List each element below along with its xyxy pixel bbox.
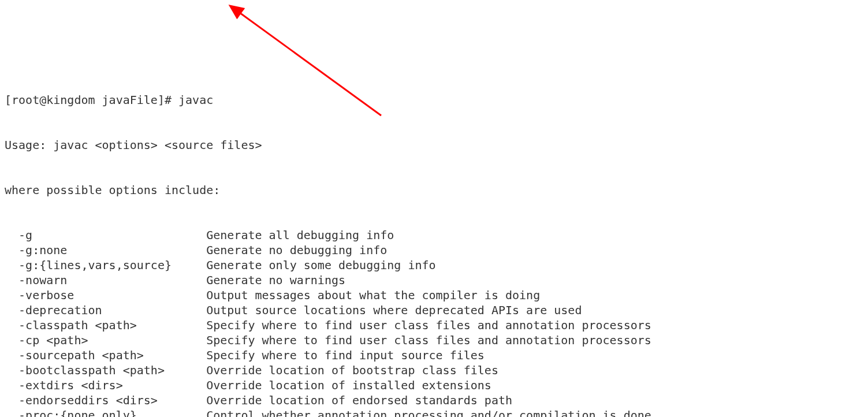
option-description: Specify where to find user class files a… — [206, 318, 651, 332]
options-header-line: where possible options include: — [5, 183, 863, 198]
option-flag: -g:{lines,vars,source} — [5, 258, 206, 272]
options-list: -g Generate all debugging info -g:none G… — [5, 228, 863, 417]
option-flag: -nowarn — [5, 273, 206, 287]
option-row: -classpath <path> Specify where to find … — [5, 318, 863, 333]
option-description: Override location of installed extension… — [206, 378, 491, 392]
option-flag: -g — [5, 228, 206, 242]
option-row: -cp <path> Specify where to find user cl… — [5, 333, 863, 348]
usage-line: Usage: javac <options> <source files> — [5, 137, 863, 152]
option-description: Generate only some debugging info — [206, 258, 435, 272]
option-description: Override location of endorsed standards … — [206, 393, 512, 407]
option-row: -sourcepath <path> Specify where to find… — [5, 348, 863, 363]
option-row: -g Generate all debugging info — [5, 228, 863, 243]
option-flag: -verbose — [5, 288, 206, 302]
option-flag: -classpath <path> — [5, 318, 206, 332]
option-row: -deprecation Output source locations whe… — [5, 303, 863, 318]
terminal-output: [root@kingdom javaFile]# javac Usage: ja… — [5, 62, 863, 417]
option-row: -endorseddirs <dirs> Override location o… — [5, 393, 863, 408]
option-row: -proc:{none,only} Control whether annota… — [5, 408, 863, 417]
option-description: Output source locations where deprecated… — [206, 303, 582, 317]
option-flag: -endorseddirs <dirs> — [5, 393, 206, 407]
option-flag: -bootclasspath <path> — [5, 363, 206, 377]
option-description: Specify where to find user class files a… — [206, 333, 651, 347]
option-description: Generate no debugging info — [206, 243, 387, 257]
option-flag: -proc:{none,only} — [5, 408, 206, 417]
option-row: -extdirs <dirs> Override location of ins… — [5, 378, 863, 393]
option-description: Override location of bootstrap class fil… — [206, 363, 498, 377]
option-row: -g:{lines,vars,source} Generate only som… — [5, 258, 863, 273]
option-flag: -sourcepath <path> — [5, 348, 206, 362]
option-row: -nowarn Generate no warnings — [5, 273, 863, 288]
option-description: Specify where to find input source files — [206, 348, 485, 362]
option-flag: -deprecation — [5, 303, 206, 317]
option-flag: -extdirs <dirs> — [5, 378, 206, 392]
shell-prompt: [root@kingdom javaFile]# — [5, 93, 178, 107]
option-row: -bootclasspath <path> Override location … — [5, 363, 863, 378]
command-line[interactable]: [root@kingdom javaFile]# javac — [5, 92, 863, 107]
option-description: Output messages about what the compiler … — [206, 288, 540, 302]
option-row: -g:none Generate no debugging info — [5, 243, 863, 258]
option-flag: -cp <path> — [5, 333, 206, 347]
typed-command: javac — [178, 93, 213, 107]
option-description: Generate no warnings — [206, 273, 345, 287]
option-description: Generate all debugging info — [206, 228, 394, 242]
option-row: -verbose Output messages about what the … — [5, 288, 863, 303]
option-flag: -g:none — [5, 243, 206, 257]
option-description: Control whether annotation processing an… — [206, 408, 658, 417]
